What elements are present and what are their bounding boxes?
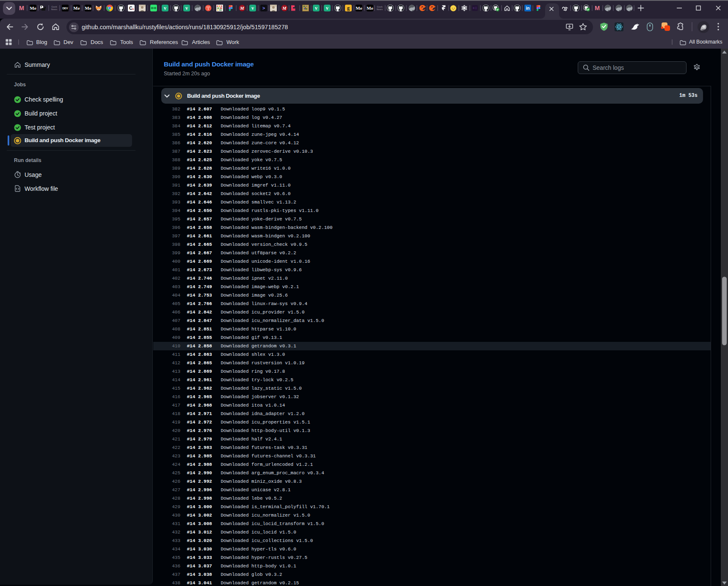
- svg-text:v: v: [326, 5, 328, 11]
- svg-text:Me: Me: [30, 6, 36, 11]
- svg-text:M: M: [282, 6, 287, 11]
- svg-text:M: M: [240, 6, 244, 11]
- svg-text:M: M: [19, 5, 24, 11]
- svg-text:M: M: [595, 5, 600, 11]
- svg-text:Me: Me: [356, 6, 362, 11]
- svg-text:News: News: [377, 8, 383, 11]
- svg-text:C: C: [129, 6, 132, 11]
- svg-text:Me: Me: [74, 6, 80, 11]
- svg-text:News: News: [51, 8, 58, 11]
- svg-text:v: v: [185, 5, 188, 11]
- svg-text:g: g: [347, 5, 350, 11]
- svg-text:v: v: [315, 5, 317, 11]
- svg-text:v: v: [251, 5, 254, 11]
- svg-text:in: in: [526, 6, 529, 11]
- svg-text:v: v: [164, 5, 166, 11]
- svg-text:Me: Me: [85, 6, 91, 11]
- svg-text:Me: Me: [367, 6, 373, 11]
- svg-text:>: >: [262, 6, 265, 11]
- svg-text:DEV: DEV: [63, 7, 69, 10]
